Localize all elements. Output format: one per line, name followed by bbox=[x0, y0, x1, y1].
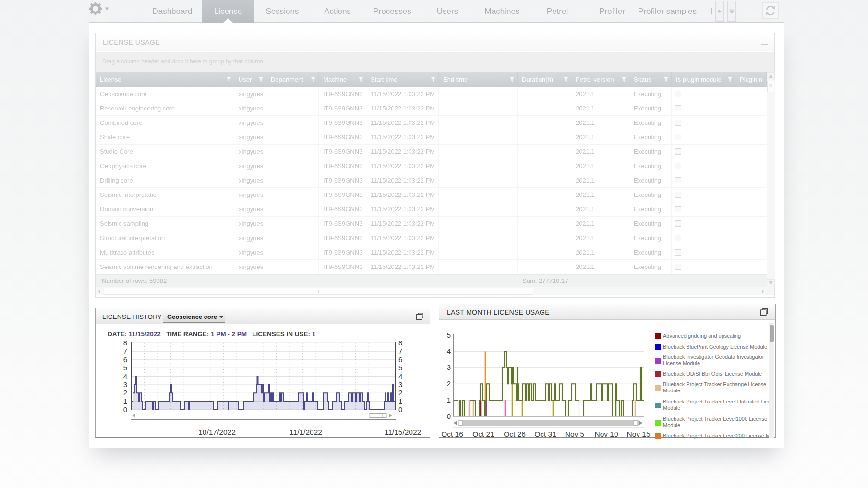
svg-text:8: 8 bbox=[123, 339, 127, 347]
svg-text:Oct 16: Oct 16 bbox=[441, 430, 463, 438]
svg-text:7: 7 bbox=[398, 347, 402, 355]
svg-text:Oct 26: Oct 26 bbox=[504, 430, 526, 438]
svg-text:0: 0 bbox=[398, 405, 402, 414]
svg-text:10/17/2022: 10/17/2022 bbox=[198, 428, 236, 436]
svg-text:Nov 10: Nov 10 bbox=[594, 430, 618, 438]
svg-text:0: 0 bbox=[123, 405, 127, 414]
svg-text:3: 3 bbox=[447, 363, 451, 371]
svg-text:0: 0 bbox=[447, 412, 451, 420]
svg-text:11/15/2022: 11/15/2022 bbox=[385, 428, 421, 436]
svg-text:4: 4 bbox=[123, 372, 127, 380]
svg-text:8: 8 bbox=[398, 339, 402, 347]
svg-text:4: 4 bbox=[398, 372, 402, 380]
svg-text:Oct 21: Oct 21 bbox=[472, 430, 494, 438]
svg-text:2: 2 bbox=[398, 389, 402, 397]
svg-text:3: 3 bbox=[398, 380, 402, 389]
svg-text:5: 5 bbox=[123, 364, 127, 372]
svg-text:6: 6 bbox=[398, 355, 402, 364]
svg-text:Oct 31: Oct 31 bbox=[534, 430, 556, 438]
svg-text:11/1/2022: 11/1/2022 bbox=[289, 428, 322, 436]
svg-text:1: 1 bbox=[447, 396, 451, 404]
svg-text:4: 4 bbox=[447, 347, 451, 355]
svg-text:6: 6 bbox=[123, 355, 127, 364]
svg-text:2: 2 bbox=[447, 379, 451, 388]
svg-text:Nov 15: Nov 15 bbox=[627, 430, 650, 438]
svg-text:Nov 5: Nov 5 bbox=[565, 430, 585, 438]
svg-text:3: 3 bbox=[123, 380, 127, 389]
svg-text:5: 5 bbox=[398, 364, 402, 372]
svg-text:1: 1 bbox=[398, 397, 402, 405]
svg-text:5: 5 bbox=[447, 331, 451, 339]
svg-text:2: 2 bbox=[123, 389, 127, 397]
svg-text:1: 1 bbox=[123, 397, 127, 405]
svg-text:7: 7 bbox=[123, 347, 127, 355]
